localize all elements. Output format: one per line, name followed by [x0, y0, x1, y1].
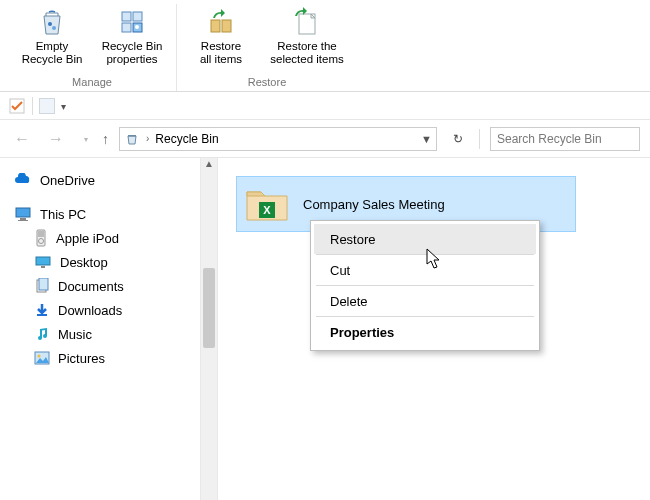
tree-downloads-label: Downloads: [58, 303, 122, 318]
restore-selected-items-label: Restore the selected items: [270, 40, 344, 66]
recycle-bin-properties-button[interactable]: Recycle Bin properties: [98, 4, 166, 76]
context-menu-cut[interactable]: Cut: [314, 255, 536, 285]
forward-button[interactable]: →: [44, 128, 68, 150]
recent-locations-dropdown[interactable]: [78, 128, 92, 150]
svg-point-6: [135, 25, 139, 29]
svg-rect-16: [38, 231, 44, 237]
tree-scrollbar[interactable]: ▲: [200, 158, 218, 500]
search-placeholder: Search Recycle Bin: [497, 132, 602, 146]
tree-pictures-label: Pictures: [58, 351, 105, 366]
documents-icon: [34, 278, 50, 294]
pictures-icon: [34, 351, 50, 365]
restore-all-icon: [205, 6, 237, 38]
svg-rect-19: [41, 266, 45, 268]
downloads-icon: [34, 302, 50, 318]
svg-rect-21: [39, 278, 48, 290]
ribbon-group-restore: Restore all items Restore the selected i…: [177, 4, 357, 91]
svg-rect-12: [16, 208, 30, 217]
address-location[interactable]: Recycle Bin: [155, 132, 218, 146]
svg-rect-2: [122, 12, 131, 21]
ribbon: Empty Recycle Bin Recycle Bin properties…: [0, 0, 650, 92]
context-menu-properties[interactable]: Properties: [314, 317, 536, 347]
context-menu-delete[interactable]: Delete: [314, 286, 536, 316]
tree-music-label: Music: [58, 327, 92, 342]
tree-documents-label: Documents: [58, 279, 124, 294]
address-dropdown-icon[interactable]: ▼: [421, 133, 432, 145]
explorer-body: OneDrive This PC Apple iPod Desktop Docu…: [0, 158, 650, 500]
qat-customize-dropdown[interactable]: [61, 99, 66, 113]
tree-thispc-label: This PC: [40, 207, 86, 222]
svg-point-24: [38, 355, 41, 358]
ribbon-group-label-manage: Manage: [72, 76, 112, 91]
recycle-bin-properties-label: Recycle Bin properties: [102, 40, 163, 66]
recycle-bin-icon: [36, 6, 68, 38]
context-menu: Restore Cut Delete Properties: [310, 220, 540, 351]
onedrive-icon: [14, 173, 32, 187]
empty-recycle-bin-label: Empty Recycle Bin: [22, 40, 83, 66]
svg-rect-7: [211, 20, 220, 32]
scroll-thumb[interactable]: [203, 268, 215, 348]
svg-rect-8: [222, 20, 231, 32]
tree-desktop[interactable]: Desktop: [14, 250, 200, 274]
svg-point-0: [48, 22, 52, 26]
ribbon-group-manage: Empty Recycle Bin Recycle Bin properties…: [8, 4, 177, 91]
empty-recycle-bin-button[interactable]: Empty Recycle Bin: [18, 4, 86, 76]
tree-ipod-label: Apple iPod: [56, 231, 119, 246]
tree-onedrive-label: OneDrive: [40, 173, 95, 188]
qat-checkbox-icon[interactable]: [8, 97, 26, 115]
svg-rect-4: [122, 23, 131, 32]
restore-selected-items-button[interactable]: Restore the selected items: [267, 4, 347, 76]
navigation-tree: OneDrive This PC Apple iPod Desktop Docu…: [0, 158, 200, 500]
tree-thispc[interactable]: This PC: [14, 202, 200, 226]
tree-desktop-label: Desktop: [60, 255, 108, 270]
recycle-bin-small-icon: [124, 131, 140, 147]
svg-rect-22: [37, 314, 47, 316]
ribbon-group-label-restore: Restore: [248, 76, 287, 91]
tree-onedrive[interactable]: OneDrive: [14, 168, 200, 192]
file-name: Company Sales Meeting: [303, 197, 445, 212]
navigation-bar: ← → ↑ › Recycle Bin ▼ ↻ Search Recycle B…: [0, 120, 650, 158]
file-list-pane[interactable]: X Company Sales Meeting Restore Cut Dele…: [218, 158, 650, 500]
ipod-icon: [34, 229, 48, 247]
folder-excel-icon: X: [245, 184, 289, 224]
svg-rect-18: [36, 257, 50, 265]
svg-text:X: X: [263, 204, 271, 216]
qat-blank-icon[interactable]: [39, 98, 55, 114]
svg-rect-13: [20, 218, 26, 220]
properties-icon: [116, 6, 148, 38]
svg-rect-3: [133, 12, 142, 21]
svg-point-1: [52, 26, 56, 30]
tree-music[interactable]: Music: [14, 322, 200, 346]
nav-separator: [479, 129, 480, 149]
quick-access-toolbar: [0, 92, 650, 120]
address-chevron-icon[interactable]: ›: [146, 133, 149, 144]
context-menu-restore[interactable]: Restore: [314, 224, 536, 254]
tree-documents[interactable]: Documents: [14, 274, 200, 298]
svg-rect-11: [128, 135, 136, 137]
up-button[interactable]: ↑: [102, 131, 109, 147]
back-button[interactable]: ←: [10, 128, 34, 150]
refresh-button[interactable]: ↻: [447, 132, 469, 146]
music-icon: [34, 326, 50, 342]
tree-downloads[interactable]: Downloads: [14, 298, 200, 322]
restore-all-items-button[interactable]: Restore all items: [187, 4, 255, 76]
search-box[interactable]: Search Recycle Bin: [490, 127, 640, 151]
qat-separator: [32, 97, 33, 115]
restore-selected-icon: [291, 6, 323, 38]
restore-all-items-label: Restore all items: [200, 40, 242, 66]
svg-rect-14: [18, 220, 28, 221]
address-bar[interactable]: › Recycle Bin ▼: [119, 127, 437, 151]
tree-pictures[interactable]: Pictures: [14, 346, 200, 370]
desktop-icon: [34, 255, 52, 269]
scroll-up-icon[interactable]: ▲: [201, 158, 217, 176]
thispc-icon: [14, 206, 32, 222]
tree-ipod[interactable]: Apple iPod: [14, 226, 200, 250]
